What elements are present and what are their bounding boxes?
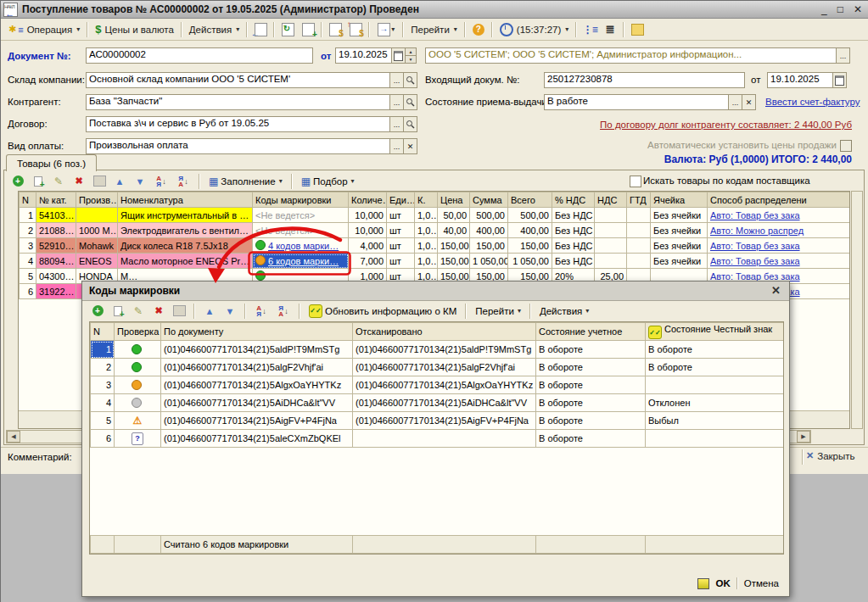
cell-by-document[interactable]: (01)04660077170134(21)5aldP!T9MmSTg [161,341,353,359]
cell-accounting-state[interactable]: В обороте [536,341,646,359]
cell-honest-sign-state[interactable] [646,376,785,394]
cancel-button[interactable]: Отмена [744,578,779,588]
copy-document-button[interactable]: + [298,20,318,39]
cell-scanned[interactable]: (01)04660077170134(21)5algF2Vhjf'ai [353,359,536,376]
cell-vat-percent[interactable]: Без НДС [552,238,595,254]
doc-number-field[interactable]: АС00000002 [86,47,313,64]
warehouse-field[interactable]: Основной склад компании ООО '5 СИСТЕМ' .… [86,72,417,88]
counterparty-select-button[interactable]: ... [389,95,403,109]
cell-cat[interactable]: 31922… [36,284,76,299]
cell-k[interactable]: 1,0… [415,238,438,254]
cell-quantity[interactable]: 10,000 [349,223,387,238]
cell-check[interactable] [115,376,161,394]
money-in-button[interactable]: $ [325,20,345,39]
cell-quantity[interactable]: 10,000 [349,208,387,223]
cell-accounting-state[interactable]: В обороте [536,376,646,394]
cell-nomenclature[interactable]: Электродвигатель с вентил… [118,223,253,238]
distribution-link[interactable]: Авто: Товар без зака [710,210,800,220]
cell-gtd[interactable] [627,208,651,223]
time-button[interactable]: (15:37:27)▾ [496,22,573,37]
dlg-delete-row-button[interactable]: ✖ [150,302,167,321]
cell-marking-selected[interactable]: 6 кодов марки… [253,254,349,269]
cell-manufacturer[interactable]: Mohawk [76,238,118,254]
counterparty-field[interactable]: База "Запчасти" ... [86,94,417,110]
help-button[interactable]: ? [468,20,489,39]
sort-desc-button[interactable]: ЯА↓ [174,172,193,191]
cell-n[interactable]: 4 [20,254,36,269]
cell-distribution[interactable]: Авто: Товар без зака [708,208,851,223]
contract-debt-link[interactable]: По договору долг контрагенту составляет:… [600,120,852,130]
structure-button[interactable]: ⋮≡ [580,20,600,39]
doc-date-field[interactable]: 19.10.2025 ▲▼ [335,47,417,64]
sort-asc-button[interactable]: АЯ↓ [152,172,171,191]
dlg-move-down-button[interactable]: ▼ [221,302,238,321]
prices-currency-button[interactable]: $ Цены и валюта [91,22,178,36]
code-row-5[interactable]: 5 ⚠ (01)04660077170134(21)5AigFV+P4FjNa … [91,412,785,430]
cell-price[interactable]: 40,00 [438,223,470,238]
cell-sum[interactable]: 150,00 [470,238,508,254]
cell-unit[interactable]: шт [387,208,415,223]
distribution-link[interactable]: Авто: Товар без зака [710,256,800,266]
incoming-date-field[interactable]: 19.10.2025 [767,72,847,88]
cell-nomenclature[interactable]: Масло моторное ENEOS Pr… [118,254,253,269]
cell-accounting-state[interactable]: В обороте [536,394,646,412]
cell-n[interactable]: 3 [91,376,115,394]
cell-unit[interactable]: шт [387,254,415,269]
cell-distribution[interactable]: Авто: Товар без зака [708,254,851,269]
cell-check[interactable]: ⚠ [115,412,161,430]
note-button[interactable] [627,20,647,39]
cell-vat[interactable] [595,254,627,269]
incoming-doc-field[interactable]: 250127230878 [544,72,745,88]
cell-distribution[interactable]: Авто: Товар без зака [708,238,851,254]
cell-manufacturer[interactable]: 1000 M… [76,223,118,238]
search-by-supplier-codes-checkbox[interactable] [630,176,641,187]
goods-vertical-scrollbar[interactable] [851,191,863,429]
cell-marking[interactable]: <Не ведется> [253,208,349,223]
money-out-button[interactable]: ↑$ [345,20,366,39]
cell-scanned[interactable]: (01)04660077170134(21)5AigFV+P4FjNa [353,412,536,430]
cell-nomenclature[interactable]: Ящик инструментальный в … [118,208,253,223]
refresh-button[interactable]: ↻ [277,20,298,39]
cell-honest-sign-state[interactable]: Отклонен [646,394,785,412]
cell-price[interactable]: 50,00 [438,208,470,223]
cell-n[interactable]: 1 [20,208,36,223]
contract-field[interactable]: Поставка з\ч и сервис в Руб от 19.05.25 … [86,116,417,132]
print-export-button[interactable]: →▾ [372,20,400,39]
incoming-calendar-button[interactable] [832,73,846,87]
cell-n[interactable]: 3 [20,238,36,254]
cell-by-document[interactable]: (01)04660077170134(21)5AiDHCa&lt"VV [161,394,353,412]
operation-button[interactable]: ✱≡ Операция▾ [4,23,84,36]
dlg-copy-row-button[interactable] [109,302,126,321]
code-row-3[interactable]: 3 (01)04660077170134(21)5AlgxOaYHYTKz (0… [91,376,785,394]
cell-n[interactable]: 1 [91,341,115,359]
goods-row-4[interactable]: 4 88094… ENEOS Масло моторное ENEOS Pr… … [20,254,851,269]
cell-unit[interactable]: шт [387,238,415,254]
list-settings-button[interactable]: ≣ [600,20,620,39]
cell-cat[interactable]: 54103… [36,208,76,223]
cell-cell[interactable]: Без ячейки [651,254,708,269]
cell-vat-percent[interactable]: Без НДС [552,223,595,238]
cell-accounting-state[interactable]: В обороте [536,412,646,430]
cell-k[interactable]: 1,0… [415,254,438,269]
dlg-add-row-button[interactable]: + [89,302,106,321]
cell-manufacturer[interactable] [76,208,118,223]
cell-k[interactable]: 1,0… [415,208,438,223]
cell-vat[interactable] [595,223,627,238]
cell-scanned[interactable] [353,430,536,448]
cell-cell[interactable]: Без ячейки [651,223,708,238]
cell-accounting-state[interactable]: В обороте [536,359,646,376]
organization-field[interactable]: ООО '5 СИСТЕМ'; ООО '5 СИСТЕМ'; Админист… [425,47,850,64]
cell-n[interactable]: 6 [20,284,36,299]
warehouse-select-button[interactable]: ... [389,73,403,87]
copy-row-button[interactable] [30,172,47,191]
cell-sum[interactable]: 400,00 [470,223,508,238]
cell-distribution[interactable]: Авто: Можно распред [708,223,851,238]
cell-n[interactable]: 6 [91,430,115,448]
cell-cell[interactable]: Без ячейки [651,208,708,223]
goods-row-1[interactable]: 1 54103… Ящик инструментальный в … <Не в… [20,208,851,223]
cell-price[interactable]: 150,00 [438,238,470,254]
cell-n[interactable]: 2 [91,359,115,376]
cell-honest-sign-state[interactable]: В обороте [646,341,785,359]
state-select-button[interactable]: ... [728,95,742,109]
cell-n[interactable]: 2 [20,223,36,238]
